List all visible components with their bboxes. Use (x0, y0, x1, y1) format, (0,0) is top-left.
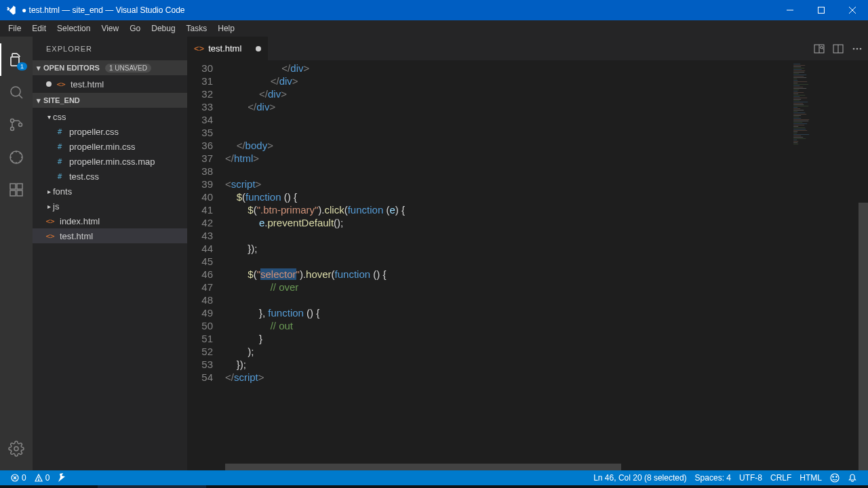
folder-fonts[interactable]: ▸fonts (33, 184, 187, 199)
vertical-scrollbar[interactable] (859, 60, 868, 470)
svg-line-19 (823, 48, 824, 49)
explorer-icon[interactable]: 1 (0, 43, 33, 76)
svg-point-31 (833, 476, 833, 477)
split-editor-icon[interactable] (833, 43, 844, 54)
menu-help[interactable]: Help (212, 22, 240, 35)
code-area[interactable]: 3031323334353637383940414243444546474849… (187, 60, 868, 470)
vscode-icon (5, 5, 16, 16)
open-editors-label: OPEN EDITORS (43, 64, 100, 72)
close-button[interactable] (837, 0, 868, 20)
file-name: propeller.min.css.map (69, 157, 155, 167)
hash-icon: # (54, 171, 65, 182)
file-name: test.html (71, 79, 104, 89)
status-cursor[interactable]: Ln 46, Col 20 (8 selected) (589, 473, 690, 483)
main: 1 EXPLORER ▾ OPEN EDITORS 1 UNSAVED <> t… (0, 37, 868, 470)
code-content[interactable]: </div> </div> </div> </div> </body></htm… (225, 60, 868, 470)
tab-test-html[interactable]: <> test.html (187, 37, 269, 60)
html-icon: <> (56, 79, 66, 89)
maximize-button[interactable] (806, 0, 837, 20)
hash-icon: # (54, 156, 65, 167)
file-name: propeller.css (69, 127, 119, 137)
chevron-icon: ▸ (45, 188, 53, 195)
open-editor-item[interactable]: <> test.html (33, 77, 187, 92)
sidebar: EXPLORER ▾ OPEN EDITORS 1 UNSAVED <> tes… (33, 37, 187, 470)
debug-icon[interactable] (0, 141, 33, 174)
task-view-icon[interactable] (65, 485, 98, 488)
chevron-down-icon: ▾ (34, 96, 43, 105)
menu-file[interactable]: File (3, 22, 26, 35)
start-button[interactable] (0, 485, 33, 488)
dirty-dot-icon (256, 46, 261, 52)
tab-bar: <> test.html (187, 37, 868, 60)
svg-line-6 (19, 95, 22, 98)
file-index.html[interactable]: <>index.html (33, 214, 187, 228)
file-propeller.min.css.map[interactable]: #propeller.min.css.map (33, 154, 187, 169)
split-preview-icon[interactable] (814, 43, 825, 54)
status-bell-icon[interactable] (844, 473, 861, 483)
status-language[interactable]: HTML (795, 473, 826, 483)
unsaved-badge: 1 UNSAVED (105, 64, 151, 73)
svg-point-22 (853, 47, 855, 49)
horizontal-scrollbar[interactable] (225, 464, 791, 470)
status-spaces[interactable]: Spaces: 4 (691, 473, 735, 483)
menu-go[interactable]: Go (124, 22, 146, 35)
status-eol[interactable]: CRLF (766, 473, 795, 483)
menu-selection[interactable]: Selection (52, 22, 96, 35)
folder-js[interactable]: ▸js (33, 199, 187, 214)
file-test.html[interactable]: <>test.html (33, 228, 187, 243)
menu-edit[interactable]: Edit (26, 22, 52, 35)
titlebar: ● test.html — site_end — Visual Studio C… (0, 0, 868, 20)
chevron-icon: ▸ (45, 203, 53, 210)
svg-point-15 (14, 447, 18, 451)
status-encoding[interactable]: UTF-8 (735, 473, 766, 483)
settings-icon[interactable] (0, 432, 33, 465)
menubar: FileEditSelectionViewGoDebugTasksHelp (0, 20, 868, 37)
status-feedback-icon[interactable] (826, 473, 844, 483)
minimap[interactable]: ━━━━━━━━━━━━━━━━━━━━━━━━━━━━━━━━━━━━━━━━… (791, 60, 859, 470)
file-test.css[interactable]: #test.css (33, 169, 187, 184)
svg-point-29 (38, 480, 39, 481)
status-bar: 0 0 Ln 46, Col 20 (8 selected) Spaces: 4… (0, 470, 868, 485)
extensions-icon[interactable] (0, 174, 33, 206)
window-controls (774, 0, 868, 20)
file-propeller.css[interactable]: #propeller.css (33, 124, 187, 139)
status-errors[interactable]: 0 (7, 473, 31, 483)
file-propeller.min.css[interactable]: #propeller.min.css (33, 139, 187, 154)
svg-rect-11 (10, 184, 16, 189)
activity-bar: 1 (0, 37, 33, 470)
open-editors-header[interactable]: ▾ OPEN EDITORS 1 UNSAVED (33, 60, 187, 75)
editor-actions (814, 37, 868, 60)
svg-point-7 (11, 119, 14, 123)
status-live-icon[interactable] (54, 473, 71, 483)
workspace-header[interactable]: ▾ SITE_END (33, 93, 187, 108)
svg-rect-14 (17, 184, 22, 189)
svg-point-5 (11, 87, 20, 96)
file-name: test.html (60, 231, 93, 241)
explorer-header: EXPLORER (33, 37, 187, 60)
menu-debug[interactable]: Debug (146, 22, 180, 35)
search-icon[interactable] (0, 76, 33, 108)
svg-point-23 (856, 47, 859, 49)
more-icon[interactable] (852, 43, 863, 54)
taskbar-app-vscode[interactable]: ● test.html — site_en... (98, 485, 206, 488)
file-name: index.html (60, 216, 100, 226)
svg-rect-13 (17, 190, 22, 196)
chevron-icon: ▾ (45, 113, 53, 121)
chevron-down-icon: ▾ (34, 64, 43, 73)
scm-icon[interactable] (0, 108, 33, 141)
html-icon: <> (45, 230, 56, 241)
window-title: ● test.html — site_end — Visual Studio C… (22, 5, 774, 15)
html-icon: <> (194, 43, 204, 54)
file-name: fonts (53, 186, 72, 197)
file-tree: ▾css#propeller.css#propeller.min.css#pro… (33, 108, 187, 245)
folder-css[interactable]: ▾css (33, 109, 187, 124)
menu-view[interactable]: View (96, 22, 124, 35)
cortana-icon[interactable] (33, 485, 65, 488)
svg-point-8 (11, 127, 14, 131)
status-warnings[interactable]: 0 (31, 473, 54, 483)
svg-point-9 (19, 123, 22, 127)
svg-rect-12 (10, 190, 16, 196)
hash-icon: # (54, 141, 65, 152)
menu-tasks[interactable]: Tasks (181, 22, 213, 35)
minimize-button[interactable] (774, 0, 806, 20)
